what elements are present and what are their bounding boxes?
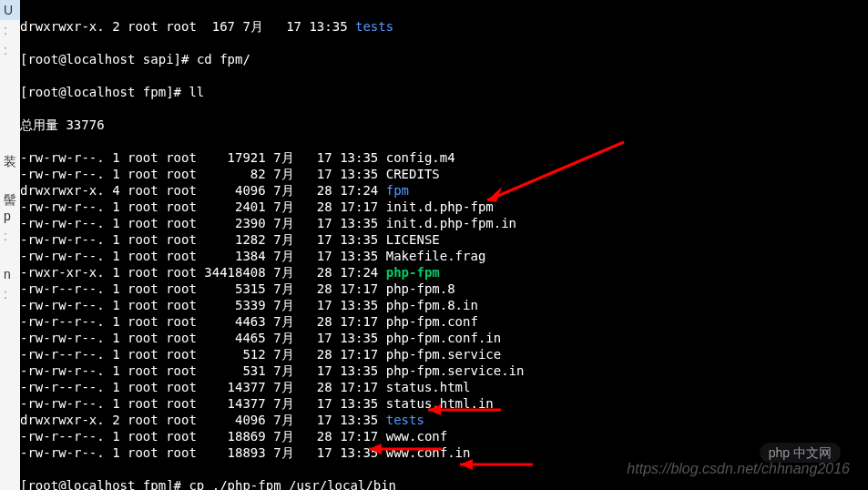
sb-2: :	[0, 40, 20, 60]
sb-5: :	[0, 226, 20, 246]
ls-row: -rw-rw-r--. 1 root root 2390 7月 17 13:35…	[20, 215, 868, 231]
prompt-line: [root@localhost fpm]# cp ./php-fpm /usr/…	[20, 477, 868, 490]
file-status.html.in: status.html.in	[386, 396, 494, 411]
sb-6: n	[0, 264, 20, 284]
file-www.conf.in: www.conf.in	[386, 445, 471, 460]
prompt: [root@localhost sapi]#	[20, 52, 197, 66]
file-init.d.php-fpm: init.d.php-fpm	[386, 199, 494, 214]
file-CREDITS: CREDITS	[386, 167, 440, 181]
perm: -rw-rw-r--. 1 root root 531 7月 17 13:35	[20, 363, 386, 378]
file-php-fpm.conf: php-fpm.conf	[386, 314, 478, 329]
perm: -rwxr-xr-x. 1 root root 34418408 7月 28 1…	[20, 265, 386, 280]
file-php-fpm.8: php-fpm.8	[386, 281, 455, 296]
editor-sidebar: U : : 装 髻p : n :	[0, 0, 20, 490]
perm: drwxrwxr-x. 2 root root 4096 7月 17 13:35	[20, 413, 386, 427]
ls-row: -rw-r--r--. 1 root root 5315 7月 28 17:17…	[20, 281, 868, 297]
sb-1: :	[0, 20, 20, 40]
total-line: 总用量 33776	[20, 117, 868, 133]
file-init.d.php-fpm.in: init.d.php-fpm.in	[386, 216, 516, 230]
perm: -rw-r--r--. 1 root root 14377 7月 28 17:1…	[20, 380, 386, 394]
prompt: [root@localhost fpm]#	[20, 478, 189, 490]
file-LICENSE: LICENSE	[386, 232, 440, 247]
terminal[interactable]: drwxrwxr-x. 2 root root 167 7月 17 13:35 …	[20, 0, 868, 490]
ls-row: -rw-r--r--. 1 root root 18869 7月 28 17:1…	[20, 428, 868, 444]
ls-row: -rw-rw-r--. 1 root root 1282 7月 17 13:35…	[20, 231, 868, 248]
perm: -rw-rw-r--. 1 root root 17921 7月 17 13:3…	[20, 150, 386, 165]
file-config.m4: config.m4	[386, 150, 455, 165]
perm: -rw-rw-r--. 1 root root 5339 7月 17 13:35	[20, 298, 386, 312]
perm: drwxrwxr-x. 2 root root 167 7月 17 13:35	[20, 19, 355, 34]
file-status.html: status.html	[386, 380, 471, 394]
ls-row: -rwxr-xr-x. 1 root root 34418408 7月 28 1…	[20, 264, 868, 281]
ls-row: -rw-rw-r--. 1 root root 1384 7月 17 13:35…	[20, 248, 868, 264]
file-php-fpm.8.in: php-fpm.8.in	[386, 298, 478, 312]
sb-7: :	[0, 284, 20, 304]
ls-row: -rw-r--r--. 1 root root 4463 7月 28 17:17…	[20, 313, 868, 330]
file-php-fpm.service: php-fpm.service	[386, 347, 501, 362]
prompt-line: [root@localhost sapi]# cd fpm/	[20, 51, 868, 67]
cmd-ll: ll	[189, 85, 204, 99]
perm: -rw-rw-r--. 1 root root 18893 7月 17 13:3…	[20, 445, 386, 460]
file-php-fpm.conf.in: php-fpm.conf.in	[386, 331, 501, 345]
file-www.conf: www.conf	[386, 429, 447, 444]
cmd-cp: cp ./php-fpm /usr/local/bin	[189, 478, 396, 490]
file-php-fpm: php-fpm	[386, 265, 440, 280]
ls-row: drwxrwxr-x. 2 root root 4096 7月 17 13:35…	[20, 412, 868, 428]
file-php-fpm.service.in: php-fpm.service.in	[386, 363, 525, 378]
perm: -rw-rw-r--. 1 root root 1384 7月 17 13:35	[20, 249, 386, 263]
ls-row: -rw-rw-r--. 1 root root 531 7月 17 13:35 …	[20, 362, 868, 379]
ls-row: -rw-rw-r--. 1 root root 17921 7月 17 13:3…	[20, 149, 868, 166]
prompt: [root@localhost fpm]#	[20, 85, 189, 99]
perm: -rw-rw-r--. 1 root root 2401 7月 28 17:17	[20, 199, 386, 214]
perm: drwxrwxr-x. 4 root root 4096 7月 28 17:24	[20, 183, 386, 198]
ls-row: -rw-rw-r--. 1 root root 18893 7月 17 13:3…	[20, 444, 868, 461]
ls-row: -rw-rw-r--. 1 root root 14377 7月 17 13:3…	[20, 395, 868, 412]
ls-row: -rw-r--r--. 1 root root 14377 7月 28 17:1…	[20, 379, 868, 395]
ls-row: drwxrwxr-x. 4 root root 4096 7月 28 17:24…	[20, 182, 868, 199]
ls-row: -rw-rw-r--. 1 root root 2401 7月 28 17:17…	[20, 199, 868, 215]
perm: -rw-rw-r--. 1 root root 82 7月 17 13:35	[20, 167, 386, 181]
sb-3: 装	[0, 151, 20, 171]
file-tests: tests	[386, 413, 424, 427]
perm: -rw-rw-r--. 1 root root 14377 7月 17 13:3…	[20, 396, 386, 411]
perm: -rw-r--r--. 1 root root 5315 7月 28 17:17	[20, 281, 386, 296]
file-Makefile.frag: Makefile.frag	[386, 249, 486, 263]
csdn-watermark: https://blog.csdn.net/chhnang2016	[627, 461, 850, 477]
perm: -rw-r--r--. 1 root root 512 7月 28 17:17	[20, 347, 386, 362]
file-fpm: fpm	[386, 183, 409, 198]
sb-4: 髻p	[0, 189, 20, 226]
perm: -rw-rw-r--. 1 root root 4465 7月 17 13:35	[20, 331, 386, 345]
ls-row: -rw-r--r--. 1 root root 512 7月 28 17:17 …	[20, 346, 868, 362]
sb-u: U	[0, 0, 20, 20]
perm: -rw-r--r--. 1 root root 4463 7月 28 17:17	[20, 314, 386, 329]
prompt-line: [root@localhost fpm]# ll	[20, 84, 868, 100]
ls-row: drwxrwxr-x. 2 root root 167 7月 17 13:35 …	[20, 18, 868, 35]
perm: -rw-rw-r--. 1 root root 1282 7月 17 13:35	[20, 232, 386, 247]
ls-row: -rw-rw-r--. 1 root root 82 7月 17 13:35 C…	[20, 166, 868, 182]
perm: -rw-rw-r--. 1 root root 2390 7月 17 13:35	[20, 216, 386, 230]
file-tests: tests	[355, 19, 393, 34]
ls-row: -rw-rw-r--. 1 root root 4465 7月 17 13:35…	[20, 330, 868, 346]
cmd-cd: cd fpm/	[197, 52, 250, 66]
php-logo-watermark: php 中文网	[760, 443, 841, 463]
perm: -rw-r--r--. 1 root root 18869 7月 28 17:1…	[20, 429, 386, 444]
ls-row: -rw-rw-r--. 1 root root 5339 7月 17 13:35…	[20, 297, 868, 313]
